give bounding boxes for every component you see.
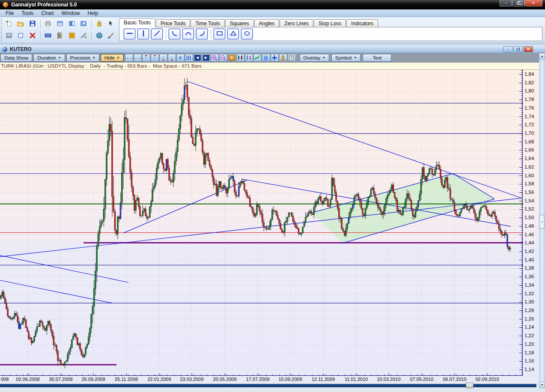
open-folder-button[interactable] [15,19,27,29]
tab-indicators[interactable]: Indicators [346,19,378,27]
grid-button[interactable] [66,31,77,41]
brush-button[interactable] [105,31,116,41]
price-tick-label: 1,22 [524,333,534,338]
print-button[interactable] [43,19,54,29]
restore-button[interactable] [512,0,524,6]
duration-button[interactable]: Duration▼ [33,54,65,62]
overlay-button[interactable]: Overlay▼ [300,54,330,62]
scale-up-button[interactable]: ↑ [142,54,150,62]
page-left-button[interactable]: ◀ [194,54,202,62]
new-file-button[interactable] [3,19,15,29]
chart-restore-button[interactable] [513,46,523,52]
vertical-grid-button[interactable]: ||| [185,54,193,62]
price-tick-label: 1,36 [524,274,534,279]
calendar-button[interactable]: 5 [288,54,296,62]
ellipse-tool-button[interactable] [241,29,253,39]
tab-price-tools[interactable]: Price Tools [156,19,190,27]
page-right-button[interactable]: ▶ [202,54,210,62]
horizontal-line-tool-button[interactable] [124,29,135,39]
date-tick-label: 10.03.2010 [377,377,400,382]
button-label: Precision [70,55,90,60]
menu-item-tools[interactable]: Tools [18,10,37,17]
date-tick-label: 02.06.2008 [16,377,39,382]
import-book-button[interactable] [54,31,66,41]
delete-button[interactable] [27,31,38,41]
tool-tab-control: Basic ToolsPrice ToolsTime ToolsSquaresA… [119,18,542,42]
user-button[interactable] [279,54,287,62]
bar-style-button[interactable] [245,54,253,62]
expand-horizontal-button[interactable]: ←→ [134,54,142,62]
arch-tool-button[interactable] [182,29,194,39]
horizontal-scrollbar-thumb[interactable] [466,383,474,388]
close-button[interactable]: ✕ [524,0,542,6]
price-tick-label: 1,56 [524,190,534,195]
text-button[interactable]: Text [363,54,391,62]
vertical-scrollbar[interactable]: ▲ ≡ ▼ [539,53,545,388]
precision-button[interactable]: Precision▼ [66,54,99,62]
calculator-button[interactable] [3,31,15,41]
menu-item-file[interactable]: File [2,10,18,17]
split-horizontal-button[interactable] [54,19,66,29]
select-region-button[interactable] [15,31,27,41]
tab-time-tools[interactable]: Time Tools [191,19,224,27]
price-tick-label: 1,52 [524,206,534,211]
symbol-button[interactable]: Symbol▼ [331,54,360,62]
chart-toolbar: Data ShowDuration▼Precision▼Hide▼→←←→↑↓↑… [0,53,545,62]
horizontal-scrollbar-track[interactable] [0,384,536,387]
tool-tab-body [119,27,542,41]
chart-minimize-button[interactable]: – [503,46,512,52]
globe-button[interactable] [94,31,105,41]
hide-button[interactable]: Hide▼ [101,54,124,62]
menu-item-window[interactable]: Window [58,10,84,17]
arc-down-tool-button[interactable] [169,29,180,39]
lock-button[interactable] [94,19,105,29]
horizontal-scrollbar[interactable] [0,383,539,388]
line-style-button[interactable] [253,54,262,62]
toolbar-grip[interactable] [1,19,2,41]
compress-horizontal-button[interactable]: →← [125,54,133,62]
candlestick-style-button[interactable] [236,54,244,62]
vertical-line-tool-button[interactable] [137,29,149,39]
scroll-up-arrow[interactable]: ▲ [539,53,545,59]
title-bar: Gannalyst Professional 5.0 –✕ [0,0,545,9]
save-button[interactable] [27,19,38,29]
close-chart-button[interactable]: × [228,54,236,62]
price-tick-label: 1,68 [524,139,534,144]
zoom-out-button[interactable] [219,54,227,62]
tab-squares[interactable]: Squares [225,19,254,27]
scale-down-button[interactable]: ↓ [151,54,159,62]
chevron-down-icon: ▼ [92,56,95,59]
data-table-button[interactable] [262,54,270,62]
pointer-button[interactable] [105,19,116,29]
data-show-button[interactable]: Data Show [0,54,32,62]
filmstrip-button[interactable] [43,31,54,41]
chart-close-button[interactable]: ✕ [524,46,533,52]
vertical-scrollbar-thumb[interactable]: ≡ [539,215,545,229]
arc-up-tool-button[interactable] [196,29,208,39]
print-icon [45,20,51,28]
measure-button[interactable] [78,31,89,41]
tab-stop-loss[interactable]: Stop Loss [314,19,346,27]
menu-item-help[interactable]: Help [83,10,102,17]
shift-down-button[interactable]: ↓ [168,54,176,62]
minimize-button[interactable]: – [500,0,512,6]
tab-basic-tools[interactable]: Basic Tools [119,18,155,27]
date-tick-label: 06.07.2010 [443,377,466,382]
rectangle-tool-button[interactable] [214,29,225,39]
price-tick-label: 1,34 [524,282,534,288]
shift-up-button[interactable]: ↑ [159,54,167,62]
split-vertical-button[interactable] [66,19,77,29]
price-tick-label: 1,62 [524,164,534,169]
diagonal-line-tool-button[interactable] [151,29,163,39]
triangle-tool-button[interactable] [227,29,239,39]
tab-zero-lines[interactable]: Zero Lines [280,19,313,27]
crosshair-button[interactable] [271,54,279,62]
export-window-button[interactable] [78,19,89,29]
tab-angles[interactable]: Angles [254,19,280,27]
menu-item-chart[interactable]: Chart [37,10,57,17]
scroll-down-arrow[interactable]: ▼ [539,382,545,388]
zoom-in-button[interactable] [211,54,219,62]
chart-plot-area[interactable] [0,70,523,376]
horizontal-grid-button[interactable]: ≡ [176,54,185,62]
price-chart-canvas[interactable] [0,70,523,376]
